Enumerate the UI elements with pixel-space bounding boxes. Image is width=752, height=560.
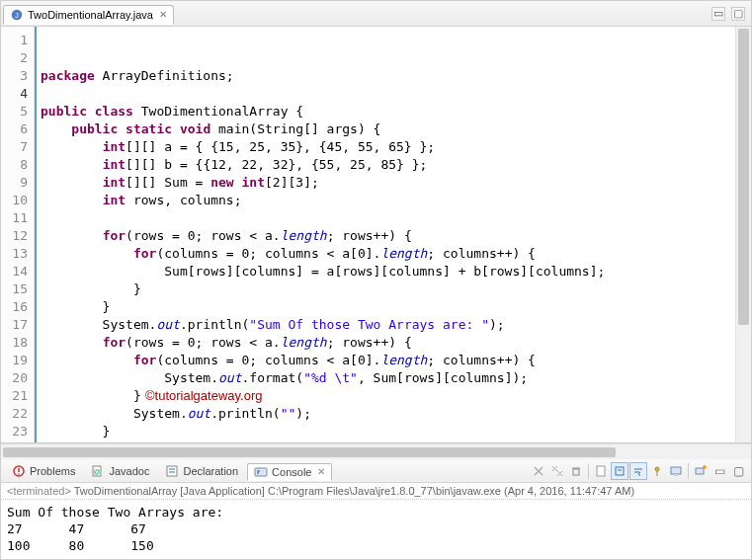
editor-tabbar: J TwoDimentionalArray.java ✕ ▭ ▢	[1, 1, 751, 27]
display-button[interactable]	[667, 462, 685, 480]
svg-text:@: @	[94, 468, 101, 475]
svg-rect-19	[573, 469, 579, 475]
tab-filename: TwoDimentionalArray.java	[28, 9, 153, 21]
plus-monitor-icon	[695, 465, 707, 477]
scroll-icon	[614, 465, 626, 477]
tab-problems[interactable]: Problems	[5, 462, 82, 480]
tab-javadoc[interactable]: @ Javadoc	[84, 462, 156, 480]
svg-point-4	[18, 473, 20, 475]
svg-rect-21	[597, 466, 605, 476]
page-icon	[595, 465, 607, 477]
svg-rect-10	[255, 468, 267, 476]
console-icon	[254, 465, 268, 479]
word-wrap-button[interactable]	[629, 462, 647, 480]
maximize-icon[interactable]: ▢	[731, 7, 745, 21]
bottom-panel-tabs: Problems @ Javadoc Declaration Console ✕…	[1, 459, 751, 483]
editor-window-controls: ▭ ▢	[711, 7, 751, 21]
monitor-icon	[670, 465, 682, 477]
close-tab-icon[interactable]: ✕	[317, 466, 325, 477]
problems-icon	[12, 464, 26, 478]
open-console-button[interactable]	[692, 462, 710, 480]
svg-text:J: J	[15, 11, 19, 18]
line-number-gutter: 1234567891011121314151617181920212223	[1, 27, 35, 442]
svg-point-24	[655, 467, 659, 471]
console-toolbar: ▭ ▢	[530, 462, 751, 480]
xx-gray-icon	[551, 465, 563, 477]
terminate-button[interactable]	[530, 462, 547, 480]
pin-icon	[651, 465, 663, 477]
minimize-panel-button[interactable]: ▭	[710, 462, 728, 480]
editor-tab-file[interactable]: J TwoDimentionalArray.java ✕	[3, 5, 174, 25]
code-editor[interactable]: package ArrayDefinitions;public class Tw…	[35, 27, 735, 442]
maximize-panel-button[interactable]: ▢	[729, 462, 747, 480]
minimize-icon[interactable]: ▭	[711, 7, 725, 21]
tab-declaration[interactable]: Declaration	[158, 462, 245, 480]
declaration-icon	[165, 464, 179, 478]
pin-console-button[interactable]	[648, 462, 666, 480]
editor-area: 1234567891011121314151617181920212223 pa…	[1, 27, 751, 443]
javadoc-icon: @	[91, 464, 105, 478]
scroll-lock-button[interactable]	[611, 462, 628, 480]
clear-console-button[interactable]	[592, 462, 610, 480]
svg-rect-27	[674, 474, 678, 476]
console-status-line: <terminated> TwoDimentionalArray [Java A…	[1, 483, 751, 500]
console-output[interactable]: Sum Of those Two Arrays are: 27 47 67 10…	[1, 500, 751, 559]
java-file-icon: J	[10, 8, 24, 22]
horizontal-scrollbar[interactable]	[1, 443, 751, 459]
svg-rect-7	[167, 466, 177, 476]
svg-rect-28	[696, 468, 704, 474]
watermark-text: ©tutorialgateway.org	[145, 387, 262, 405]
remove-launch-button[interactable]	[567, 462, 585, 480]
svg-rect-26	[671, 467, 681, 474]
svg-rect-22	[616, 467, 624, 475]
wrap-icon	[632, 465, 644, 477]
remove-all-button[interactable]	[548, 462, 566, 480]
vertical-scrollbar[interactable]	[735, 27, 751, 442]
trash-icon	[570, 465, 582, 477]
close-tab-icon[interactable]: ✕	[159, 9, 167, 20]
x-gray-icon	[533, 465, 544, 477]
tab-console[interactable]: Console ✕	[247, 463, 332, 481]
